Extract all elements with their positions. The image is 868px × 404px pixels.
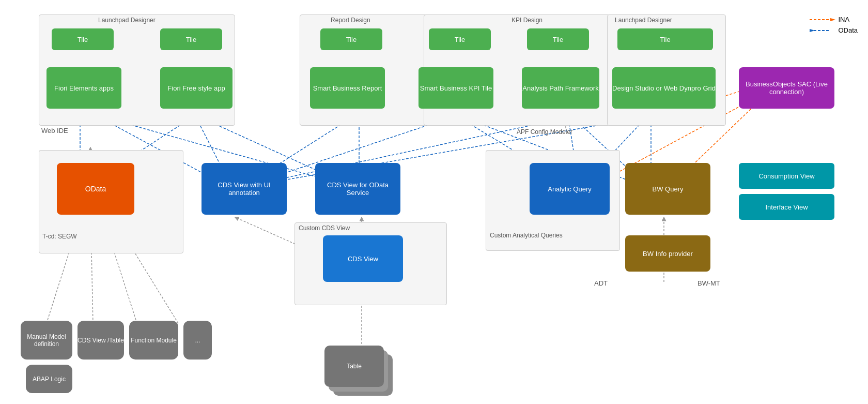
kpi-design-label: KPI Design xyxy=(512,17,542,24)
analytic-query-box: Analytic Query xyxy=(530,163,610,215)
odata-line-icon xyxy=(810,27,838,34)
legend-ina: INA xyxy=(810,16,858,23)
tile-4: Tile xyxy=(429,28,491,50)
function-module-box: Function Module xyxy=(129,321,178,360)
consumption-view-box: Consumption View xyxy=(739,163,834,189)
report-design-label: Report Design xyxy=(331,17,370,24)
ellipsis-box: ... xyxy=(183,321,212,360)
launchpad-left-label: Launchpad Designer xyxy=(98,17,156,24)
svg-marker-40 xyxy=(810,29,815,32)
bw-mt-label: BW-MT xyxy=(698,279,720,287)
tile-2: Tile xyxy=(160,28,222,50)
interface-view-box: Interface View xyxy=(739,194,834,220)
apf-config-label: APF Config Modeler xyxy=(517,128,572,136)
tile-1: Tile xyxy=(52,28,114,50)
web-ide-label: Web IDE xyxy=(41,127,68,134)
cds-ui-box: CDS View with UI annotation xyxy=(202,163,287,215)
tile-6: Tile xyxy=(617,28,713,50)
diagram: INA OData Launchpad Designer Report Desi… xyxy=(0,0,868,404)
svg-marker-38 xyxy=(830,18,835,21)
t-cd-label: T-cd: SEGW xyxy=(42,233,77,240)
design-studio-box: Design Studio or Web Dynpro Grid xyxy=(612,67,716,109)
smart-business-report-box: Smart Business Report xyxy=(310,67,385,109)
tile-5: Tile xyxy=(527,28,589,50)
fiori-free-box: Fiori Free style app xyxy=(160,67,233,109)
abap-logic-box: ABAP Logic xyxy=(26,365,72,393)
smart-business-kpi-box: Smart Business KPI Tile xyxy=(419,67,493,109)
legend-odata: OData xyxy=(810,26,858,34)
table-box: Table xyxy=(324,346,384,387)
bw-info-box: BW Info provider xyxy=(625,235,710,272)
custom-cds-label: Custom CDS View xyxy=(299,225,350,232)
cds-view-table-box: CDS View /Table xyxy=(78,321,124,360)
odata-box: OData xyxy=(57,163,134,215)
cds-view-box: CDS View xyxy=(323,235,403,282)
cds-odata-box: CDS View for OData Service xyxy=(315,163,400,215)
analysis-path-box: Analysis Path Framework xyxy=(522,67,599,109)
tile-3: Tile xyxy=(320,28,382,50)
business-objects-box: BusinessObjects SAC (Live connection) xyxy=(739,67,834,109)
fiori-elements-box: Fiori Elements apps xyxy=(47,67,121,109)
manual-model-box: Manual Model definition xyxy=(21,321,72,360)
ina-line-icon xyxy=(810,17,838,23)
launchpad-right-label: Launchpad Designer xyxy=(615,17,672,24)
bw-query-box: BW Query xyxy=(625,163,710,215)
ina-label: INA xyxy=(838,16,849,23)
odata-label: OData xyxy=(838,26,858,34)
adt-label: ADT xyxy=(594,279,608,287)
legend: INA OData xyxy=(810,16,858,37)
custom-analytical-label: Custom Analytical Queries xyxy=(490,232,563,239)
